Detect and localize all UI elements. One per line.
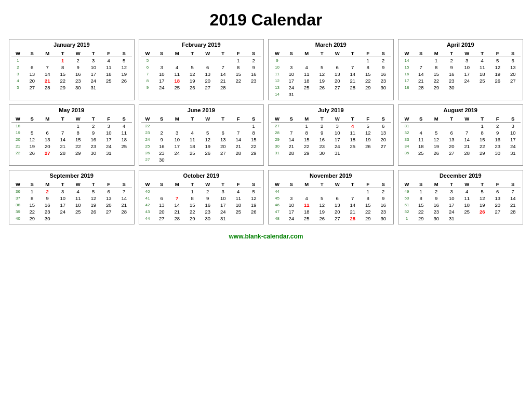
cell-4-2: 30 <box>429 215 444 222</box>
cell-3-2: 22 <box>299 143 314 150</box>
cell-4-5 <box>474 215 489 222</box>
cell-0-0: 49 <box>401 188 414 195</box>
cell-5-0: 14 <box>271 91 284 98</box>
cell-2-2: 13 <box>39 136 55 143</box>
cell-1-5: 12 <box>474 195 489 202</box>
cell-4-7 <box>505 84 521 91</box>
cell-1-4: 6 <box>329 195 344 202</box>
cell-4-7 <box>246 215 261 222</box>
cell-4-3: 27 <box>444 150 459 156</box>
cell-3-5: 21 <box>345 208 360 215</box>
cell-2-5: 14 <box>215 71 230 77</box>
cell-3-6: 25 <box>101 77 116 84</box>
cell-3-7: 28 <box>116 208 132 215</box>
cell-2-1: 15 <box>24 202 39 208</box>
cell-1-5: 7 <box>345 195 360 202</box>
month-title-11: December 2019 <box>401 173 521 179</box>
cell-1-6: 11 <box>101 64 116 71</box>
cell-1-4: 6 <box>329 64 344 71</box>
cell-1-4: 11 <box>459 195 474 202</box>
cell-0-7: 6 <box>505 57 521 64</box>
cell-2-7: 21 <box>116 202 132 208</box>
cell-1-7: 10 <box>505 129 521 136</box>
col-header-0: W <box>271 181 284 188</box>
col-header-4: W <box>200 115 215 123</box>
cell-0-4: 2 <box>200 188 215 195</box>
cell-1-7: 13 <box>505 64 521 71</box>
cell-0-5: 3 <box>215 188 230 195</box>
cell-1-7: 9 <box>246 64 261 71</box>
cell-4-5 <box>86 215 101 222</box>
cell-2-1: 14 <box>414 71 429 77</box>
cell-2-7: 19 <box>246 202 261 208</box>
cell-1-7: 12 <box>116 64 132 71</box>
cell-4-3: 25 <box>184 150 200 156</box>
cell-3-3: 22 <box>55 77 70 84</box>
col-header-3: T <box>55 50 70 57</box>
month-title-10: November 2019 <box>271 173 391 179</box>
cell-2-2: 10 <box>169 136 184 143</box>
col-header-4: W <box>329 115 344 123</box>
cell-1-7: 14 <box>116 195 132 202</box>
cell-3-5: 21 <box>345 77 360 84</box>
cell-3-0: 12 <box>271 77 284 84</box>
col-header-4: W <box>70 50 85 57</box>
cell-3-6: 27 <box>490 208 505 215</box>
col-header-7: S <box>505 50 521 57</box>
cell-3-0: 30 <box>271 143 284 150</box>
cell-2-0: 46 <box>271 202 284 208</box>
cell-3-6: 26 <box>490 77 505 84</box>
cell-4-4 <box>459 215 474 222</box>
cell-2-5: 19 <box>86 202 101 208</box>
cell-3-7: 25 <box>116 143 132 150</box>
col-header-7: S <box>116 50 132 57</box>
cell-2-4: 16 <box>70 71 85 77</box>
cell-4-6: 28 <box>231 150 246 156</box>
cell-5-5 <box>345 91 360 98</box>
cell-0-0: 9 <box>271 57 284 64</box>
cell-0-3: 3 <box>55 188 70 195</box>
col-header-1: S <box>24 115 39 123</box>
cell-2-2: 15 <box>429 71 444 77</box>
website-link[interactable]: www.blank-calendar.com <box>229 233 303 240</box>
col-header-2: M <box>299 50 314 57</box>
col-header-1: S <box>154 50 169 57</box>
cell-2-0: 38 <box>11 202 24 208</box>
cell-0-1: 1 <box>24 188 39 195</box>
cell-1-2: 5 <box>429 129 444 136</box>
cell-5-1: 30 <box>154 156 169 163</box>
cell-4-4: 30 <box>200 215 215 222</box>
cell-4-5: 30 <box>86 150 101 156</box>
col-header-1: S <box>24 50 39 57</box>
cell-0-1 <box>284 188 299 195</box>
cell-0-2 <box>39 123 55 130</box>
cell-4-0: 13 <box>271 84 284 91</box>
cell-0-0: 36 <box>11 188 24 195</box>
cell-5-4 <box>200 156 215 163</box>
cell-2-6: 14 <box>231 136 246 143</box>
cell-1-5: 8 <box>474 129 489 136</box>
cell-0-3 <box>444 123 459 130</box>
cell-2-3: 13 <box>444 136 459 143</box>
cell-0-2: 1 <box>299 123 314 130</box>
cell-1-6: 12 <box>490 64 505 71</box>
cell-2-2: 14 <box>169 202 184 208</box>
cell-1-1: 6 <box>24 64 39 71</box>
cell-1-3: 8 <box>55 64 70 71</box>
cell-0-5: 4 <box>345 123 360 130</box>
cell-0-7: 7 <box>505 188 521 195</box>
col-header-6: F <box>231 115 246 123</box>
cell-1-4: 7 <box>459 129 474 136</box>
col-header-1: S <box>284 115 299 123</box>
cell-1-0: 6 <box>141 64 154 71</box>
col-header-1: S <box>24 181 39 188</box>
cell-4-3: 30 <box>314 150 329 156</box>
cell-1-2: 9 <box>39 195 55 202</box>
cell-3-6: 23 <box>490 143 505 150</box>
cell-0-1 <box>154 188 169 195</box>
cell-2-5: 19 <box>474 202 489 208</box>
cell-1-5: 11 <box>345 129 360 136</box>
col-header-2: M <box>169 115 184 123</box>
col-header-6: F <box>490 115 505 123</box>
cell-4-4: 28 <box>459 150 474 156</box>
